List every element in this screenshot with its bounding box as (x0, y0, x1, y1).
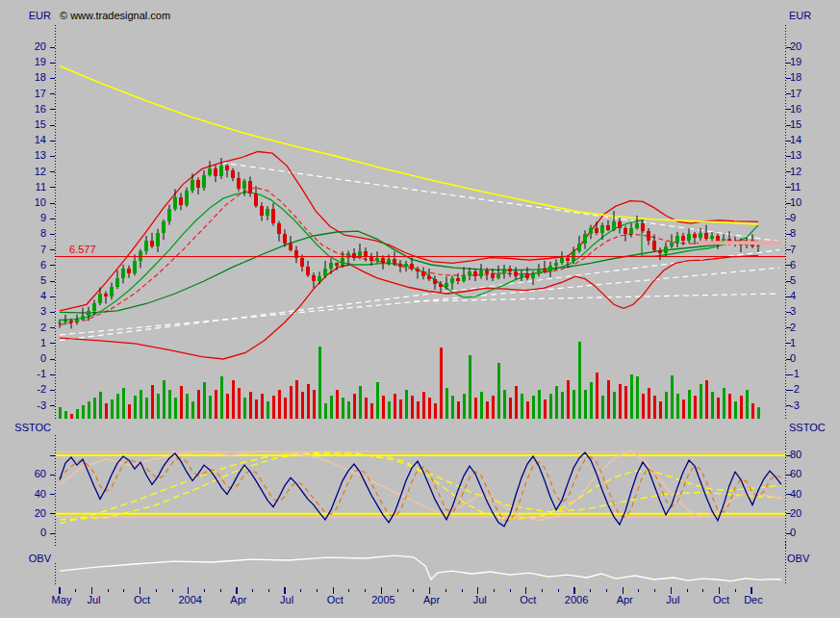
price-tick-label-right: 18 (790, 71, 802, 84)
volume-bar (584, 390, 587, 419)
volume-bar (301, 392, 304, 419)
candle-body (629, 228, 633, 234)
chart-canvas[interactable] (0, 0, 840, 618)
price-tick-label-right: 11 (790, 181, 801, 193)
candle-body (375, 258, 379, 261)
candle-body (502, 269, 506, 273)
candle-body (393, 259, 396, 264)
candle-body (133, 261, 137, 273)
volume-bar (272, 396, 275, 419)
candle-body (450, 278, 454, 283)
volume-bar (163, 380, 165, 419)
volume-bar (140, 390, 142, 419)
volume-bar (382, 396, 385, 419)
sstoc-tick-label-right: 60 (790, 468, 802, 480)
volume-bar (688, 390, 691, 419)
volume-bar (723, 388, 725, 419)
volume-bar (93, 398, 96, 419)
candle-body (191, 180, 194, 191)
volume-bar (642, 394, 645, 419)
price-tick-label-left: 11 (13, 181, 46, 193)
sstoc-tick-label-right: 0 (790, 527, 796, 539)
candle-body (231, 170, 235, 178)
x-axis-label: Apr (413, 594, 451, 606)
volume-bar (503, 390, 506, 419)
price-tick-label-right: -3 (790, 399, 800, 412)
price-tick-label-right: 3 (790, 305, 796, 318)
candle-body (514, 271, 518, 276)
price-tick-label-right: -2 (790, 383, 800, 396)
volume-bar (417, 401, 420, 419)
candle-body (473, 271, 477, 276)
volume-bar (653, 396, 656, 419)
candle-body (554, 263, 558, 266)
candle-body (675, 236, 679, 242)
volume-bar (215, 390, 217, 419)
price-tick-label-left: -1 (13, 368, 46, 380)
volume-bar (428, 398, 431, 419)
volume-bar (411, 396, 414, 419)
candle-body (144, 241, 148, 251)
volume-bar (145, 398, 148, 419)
volume-bar (746, 390, 749, 419)
candle-body (612, 221, 616, 229)
copyright: © www.tradesignal.com (60, 10, 170, 22)
candle-body (87, 311, 90, 316)
sstoc-tick-label-right: 80 (790, 449, 802, 461)
volume-bar (318, 347, 321, 419)
volume-bar (648, 388, 650, 419)
volume-bar (451, 396, 454, 419)
price-tick-label-right: 7 (790, 244, 796, 256)
candle-body (485, 270, 489, 273)
candle-body (318, 276, 321, 281)
volume-bar (613, 392, 616, 419)
candle-body (520, 273, 523, 276)
candle-body (266, 209, 269, 215)
price-tick-label-right: 19 (790, 56, 802, 68)
volume-bar (365, 398, 368, 419)
volume-bar (469, 355, 471, 419)
candle-body (329, 263, 333, 269)
sstoc-tick-label-left: 60 (13, 468, 46, 480)
x-axis-label: Dec (734, 594, 773, 606)
candle-body (583, 234, 587, 244)
volume-bar (636, 376, 639, 419)
volume-bar (347, 401, 350, 419)
price-tick-label-right: 1 (790, 337, 796, 349)
volume-bar (399, 399, 402, 419)
candle-body (208, 168, 212, 174)
sstoc-tick-label-left: 40 (13, 488, 46, 501)
price-tick-label-right: 12 (790, 166, 802, 178)
price-tick-label-left: 5 (13, 274, 46, 287)
support-line-label: 6.577 (69, 244, 96, 256)
price-tick-label-left: -2 (13, 383, 46, 396)
x-axis-label: Jul (267, 594, 306, 606)
price-tick-label-right: 4 (790, 290, 796, 302)
candle-body (387, 259, 391, 262)
candle-body (127, 269, 131, 273)
price-tick-label-left: 3 (13, 305, 46, 318)
price-tick-label-left: 12 (13, 166, 46, 178)
candle-body (156, 233, 160, 247)
volume-bar (203, 382, 206, 419)
volume-bar (324, 403, 327, 419)
price-tick-label-right: 0 (790, 352, 796, 365)
candle-body (202, 175, 206, 188)
volume-bar (122, 388, 125, 419)
volume-bar (665, 392, 668, 419)
candle-body (496, 273, 500, 278)
price-tick-label-left: 7 (13, 244, 46, 256)
candle-body (162, 221, 165, 232)
volume-bar (342, 398, 344, 419)
volume-bar (116, 394, 119, 419)
candle-body (624, 228, 627, 234)
candle-body (300, 258, 304, 268)
volume-bar (307, 384, 310, 419)
candle-body (410, 264, 414, 269)
price-tick-label-left: 2 (13, 322, 46, 334)
x-axis-label: Apr (219, 594, 258, 606)
x-axis-label: 2004 (171, 594, 210, 606)
volume-bar (561, 392, 564, 419)
volume-bar (728, 394, 731, 419)
candle-body (641, 223, 645, 231)
